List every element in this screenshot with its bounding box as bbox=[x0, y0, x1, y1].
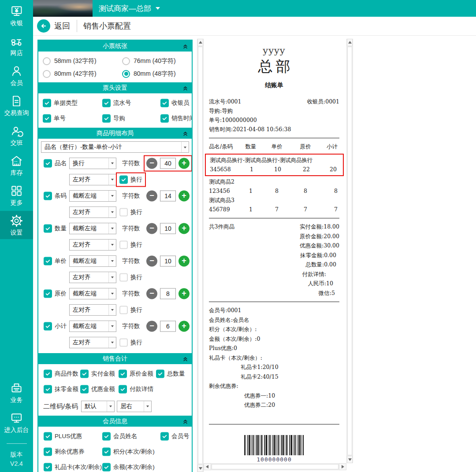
checkbox-checked[interactable] bbox=[102, 447, 111, 456]
decrease-button[interactable] bbox=[146, 190, 157, 201]
checkbox-checked[interactable] bbox=[80, 369, 89, 378]
checkbox-unchecked[interactable] bbox=[119, 240, 128, 249]
collapse-icon[interactable] bbox=[182, 418, 189, 424]
dropdown-arrow-button[interactable] bbox=[108, 207, 116, 218]
checkbox-checked[interactable] bbox=[44, 463, 52, 471]
detail-field-checkbox[interactable]: 小计 bbox=[44, 322, 67, 330]
detail-field-checkbox[interactable]: 条码 bbox=[44, 192, 67, 200]
dropdown-arrow-button[interactable] bbox=[108, 174, 116, 185]
detail-layout-select[interactable]: 品名（整行）-数量-单价-小计 bbox=[41, 141, 189, 153]
ticket-header-checkbox[interactable]: 收银员 bbox=[160, 99, 190, 107]
sales-total-checkbox[interactable]: 商品件数 bbox=[44, 369, 78, 378]
checkbox-checked[interactable] bbox=[44, 369, 52, 378]
scroll-up-button[interactable] bbox=[197, 39, 203, 46]
dropdown-arrow-button[interactable] bbox=[107, 401, 114, 412]
scroll-down-button[interactable] bbox=[197, 465, 203, 472]
checkbox-checked[interactable] bbox=[102, 432, 111, 440]
sidebar-item-online-store[interactable]: 网店 bbox=[0, 31, 33, 59]
sidebar-item-cashier[interactable]: 收银 bbox=[0, 1, 33, 30]
checkbox-checked[interactable] bbox=[160, 432, 169, 440]
sidebar-item-member[interactable]: 会员 bbox=[0, 61, 33, 89]
collapse-icon[interactable] bbox=[182, 43, 189, 49]
member-info-checkbox[interactable]: 会员号 bbox=[160, 432, 190, 440]
qrcode-align-select[interactable]: 居右 bbox=[117, 401, 152, 412]
detail-mode-select[interactable]: 截断左端 bbox=[69, 288, 116, 299]
ticket-header-checkbox[interactable]: 单据类型 bbox=[43, 99, 78, 107]
sidebar-item-inventory[interactable]: 库存 bbox=[0, 151, 33, 179]
collapse-icon[interactable] bbox=[182, 355, 189, 362]
sales-total-checkbox[interactable]: 优惠金额 bbox=[80, 385, 115, 393]
radio-unselected[interactable] bbox=[43, 70, 51, 78]
sales-total-checkbox[interactable]: 实付金额 bbox=[80, 369, 115, 378]
increase-button[interactable] bbox=[178, 158, 190, 169]
wrap-checkbox[interactable]: 换行 bbox=[119, 273, 142, 281]
increase-button[interactable] bbox=[178, 255, 190, 266]
increase-button[interactable] bbox=[178, 288, 190, 299]
checkbox-checked[interactable] bbox=[44, 224, 52, 232]
sales-total-checkbox[interactable]: 总数量 bbox=[156, 369, 185, 378]
detail-align-select[interactable]: 左对齐 bbox=[69, 304, 116, 316]
wrap-checkbox[interactable]: 换行 bbox=[119, 306, 142, 314]
sidebar-item-more[interactable]: 更多 bbox=[0, 181, 33, 209]
sidebar-item-transactions[interactable]: 交易查询 bbox=[0, 91, 33, 119]
sales-total-checkbox[interactable]: 原价金额 bbox=[119, 369, 153, 378]
detail-align-select[interactable]: 左对齐 bbox=[69, 337, 116, 348]
radio-unselected[interactable] bbox=[122, 57, 130, 65]
scroll-up-button[interactable] bbox=[347, 39, 353, 46]
scrollbar-thumb[interactable] bbox=[347, 47, 352, 455]
checkbox-checked[interactable] bbox=[102, 463, 111, 471]
checkbox-checked[interactable] bbox=[119, 175, 128, 184]
detail-field-checkbox[interactable]: 数量 bbox=[44, 224, 67, 232]
detail-align-select[interactable]: 左对齐 bbox=[69, 174, 116, 185]
dropdown-arrow-button[interactable] bbox=[108, 256, 116, 266]
member-info-checkbox[interactable]: PLUS优惠 bbox=[44, 432, 82, 440]
radio-unselected[interactable] bbox=[43, 57, 51, 65]
checkbox-checked[interactable] bbox=[44, 192, 52, 200]
decrease-button[interactable] bbox=[146, 255, 157, 266]
checkbox-checked[interactable] bbox=[102, 114, 111, 122]
checkbox-checked[interactable] bbox=[44, 432, 52, 440]
detail-field-checkbox[interactable]: 原价 bbox=[44, 289, 67, 298]
scrollbar-thumb[interactable] bbox=[198, 47, 203, 464]
ticket-header-checkbox[interactable]: 流水号 bbox=[102, 99, 131, 107]
dropdown-arrow-button[interactable] bbox=[108, 240, 116, 250]
sidebar-item-shift[interactable]: 交班 bbox=[0, 121, 33, 149]
checkbox-checked[interactable] bbox=[160, 99, 169, 107]
detail-mode-select[interactable]: 截断左端 bbox=[69, 223, 116, 234]
decrease-button[interactable] bbox=[146, 288, 157, 299]
checkbox-checked[interactable] bbox=[160, 114, 169, 122]
scroll-down-button[interactable] bbox=[347, 456, 353, 463]
paper-size-radio[interactable]: 76mm (40字符) bbox=[122, 57, 176, 65]
member-info-checkbox[interactable]: 礼品卡(本次/剩余) bbox=[44, 463, 102, 471]
paper-size-radio[interactable]: 80mm (48字符) bbox=[122, 70, 176, 78]
checkbox-checked[interactable] bbox=[156, 369, 164, 378]
wrap-checkbox[interactable]: 换行 bbox=[119, 208, 142, 216]
checkbox-unchecked[interactable] bbox=[119, 306, 128, 314]
scrollbar-thumb[interactable] bbox=[212, 464, 338, 469]
detail-align-select[interactable]: 左对齐 bbox=[69, 239, 116, 251]
sidebar-item-backend[interactable]: 进入后台 bbox=[0, 408, 33, 436]
wrap-checkbox[interactable]: 换行 bbox=[119, 240, 142, 249]
checkbox-checked[interactable] bbox=[44, 385, 52, 393]
checkbox-checked[interactable] bbox=[44, 159, 52, 167]
checkbox-checked[interactable] bbox=[119, 369, 127, 378]
checkbox-checked[interactable] bbox=[102, 99, 111, 107]
increase-button[interactable] bbox=[178, 223, 190, 234]
checkbox-checked[interactable] bbox=[44, 447, 52, 456]
checkbox-unchecked[interactable] bbox=[119, 273, 128, 281]
sidebar-item-settings[interactable]: 设置 bbox=[0, 211, 33, 239]
wrap-checkbox[interactable]: 换行 bbox=[119, 338, 142, 347]
sales-total-checkbox[interactable]: 付款详情 bbox=[119, 385, 153, 393]
detail-align-select[interactable]: 左对齐 bbox=[69, 206, 116, 218]
decrease-button[interactable] bbox=[146, 321, 157, 332]
config-scrollbar[interactable] bbox=[197, 39, 204, 472]
dropdown-arrow-button[interactable] bbox=[144, 401, 151, 412]
increase-button[interactable] bbox=[178, 321, 190, 332]
checkbox-unchecked[interactable] bbox=[119, 208, 128, 216]
preview-horizontal-scrollbar[interactable] bbox=[204, 463, 346, 470]
scroll-right-button[interactable] bbox=[339, 463, 346, 470]
checkbox-unchecked[interactable] bbox=[119, 338, 128, 347]
store-selector[interactable]: 测试商家—总部 bbox=[99, 4, 160, 14]
dropdown-arrow-button[interactable] bbox=[181, 142, 189, 152]
member-info-checkbox[interactable]: 积分(本次/剩余) bbox=[102, 447, 155, 456]
